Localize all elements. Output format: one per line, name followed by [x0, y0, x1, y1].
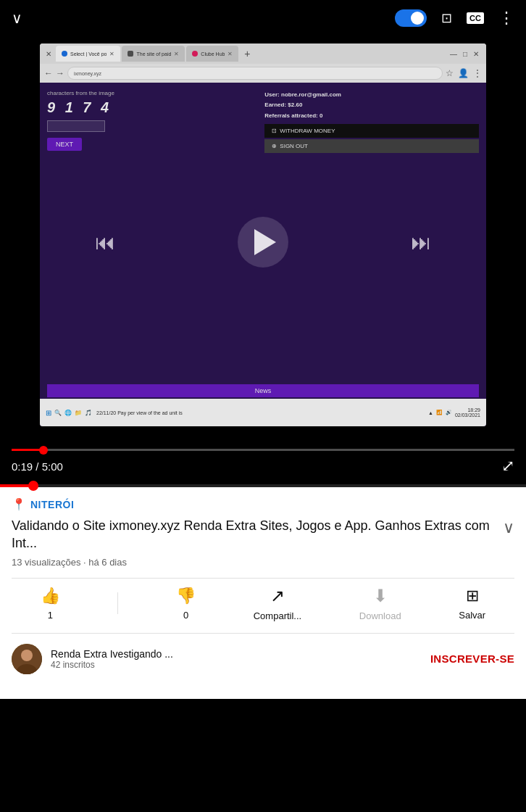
actions-row: 👍 1 👎 0 ↗ Compartil... ⬇ Download ⊞ Salv…	[12, 578, 514, 634]
video-progress-line	[0, 484, 526, 487]
cc-icon[interactable]: CC	[467, 12, 484, 24]
address-bar: ixmoney.xyz	[67, 67, 443, 80]
more-options-icon[interactable]: ⋮	[498, 9, 514, 28]
next-button-mock: NEXT	[47, 138, 82, 151]
tab-2: The site of paid ✕	[122, 46, 185, 62]
share-icon: ↗	[270, 586, 285, 606]
channel-info: Renda Extra Ivestigando ... 42 inscritos	[51, 648, 422, 670]
location-pin-icon: 📍	[12, 497, 26, 511]
channel-avatar[interactable]	[12, 644, 42, 674]
signout-btn-mock: ⊕ SIGN OUT	[264, 139, 479, 153]
news-bar: News	[47, 384, 479, 397]
subscribe-button[interactable]: INSCREVER-SE	[430, 652, 514, 665]
video-top-bar: ∨ ⊡ CC ⋮	[0, 0, 526, 36]
autoplay-toggle[interactable]	[395, 9, 427, 27]
share-label: Compartil...	[254, 610, 301, 621]
play-button[interactable]	[238, 217, 288, 268]
download-label: Download	[359, 610, 401, 621]
user-panel: User: nobre.ror@gmail.com Earned: $2.60 …	[264, 90, 479, 153]
skip-back-button[interactable]: ⏮	[95, 231, 115, 254]
dislike-icon: 👎	[176, 587, 196, 605]
captcha-input-mock	[47, 120, 105, 132]
close-btn: ✕	[43, 50, 54, 58]
user-info: User: nobre.ror@gmail.com Earned: $2.60 …	[264, 90, 479, 121]
fullscreen-button[interactable]: ⤢	[501, 457, 514, 476]
title-row: Validando o Site ixmoney.xyz Renda Extra…	[12, 517, 514, 552]
share-button[interactable]: ↗ Compartil...	[254, 586, 301, 621]
bottom-safe-area	[0, 684, 526, 699]
location-text[interactable]: NITERÓI	[30, 499, 74, 510]
video-bottom-bar: 0:19 / 5:00 ⤢	[0, 443, 526, 484]
download-button[interactable]: ⬇ Download	[359, 586, 401, 621]
cast-icon[interactable]: ⊡	[441, 10, 452, 26]
browser-tabs: ✕ Select | Você po ✕ The site of paid ✕ …	[40, 44, 486, 64]
channel-subscribers: 42 inscritos	[51, 660, 422, 670]
captcha-panel: characters from the image 9 1 7 4 NEXT	[47, 90, 248, 151]
location-row: 📍 NITERÓI	[12, 497, 514, 511]
save-icon: ⊞	[466, 587, 479, 605]
taskbar-icons: ⊞ 🔍 🌐 📁 🎵	[46, 409, 92, 417]
toolbar-icons: ☆👤⋮	[446, 68, 482, 78]
time-display: 0:19 / 5:00	[12, 460, 63, 473]
system-tray: ▲ 📶 🔊 18:29 02/03/2021	[428, 407, 480, 418]
captcha-numbers: 9 1 7 4	[47, 99, 248, 116]
video-controls: 0:19 / 5:00 ⤢	[12, 457, 514, 476]
like-icon: 👍	[41, 587, 60, 605]
channel-row: Renda Extra Ivestigando ... 42 inscritos…	[0, 634, 526, 684]
clock: 18:29 02/03/2021	[455, 407, 480, 418]
like-count: 1	[48, 610, 53, 621]
withdraw-btn-mock: ⊡ WITHDRAW MONEY	[264, 124, 479, 138]
video-progress-knob	[28, 481, 38, 491]
progress-bar[interactable]	[12, 449, 514, 451]
play-triangle-icon	[254, 229, 276, 255]
video-player[interactable]: ∨ ⊡ CC ⋮ ✕ Select | Você po ✕ The site o…	[0, 0, 526, 484]
news-ticker: 22/11/20 Pay per view of the ad unit is	[92, 410, 428, 415]
taskbar: ⊞ 🔍 🌐 📁 🎵 22/11/20 Pay per view of the a…	[40, 399, 486, 426]
save-label: Salvar	[459, 610, 485, 621]
tab-1: Select | Você po ✕	[56, 46, 120, 62]
save-button[interactable]: ⊞ Salvar	[459, 587, 485, 621]
like-button[interactable]: 👍 1	[41, 587, 60, 621]
dislike-count: 0	[183, 610, 188, 621]
avatar-image	[12, 644, 42, 674]
svg-point-1	[21, 650, 33, 661]
skip-forward-button[interactable]: ⏭	[411, 231, 431, 254]
divider-1	[117, 592, 118, 614]
tab-3: Clube Hub ✕	[186, 46, 238, 62]
video-title[interactable]: Validando o Site ixmoney.xyz Renda Extra…	[12, 517, 503, 552]
new-tab-btn: +	[240, 46, 254, 61]
chevron-down-icon[interactable]: ∨	[12, 9, 22, 27]
window-controls: —□✕	[446, 50, 483, 58]
dislike-button[interactable]: 👎 0	[176, 587, 196, 621]
video-meta: 13 visualizações · há 6 dias	[12, 557, 514, 568]
channel-name[interactable]: Renda Extra Ivestigando ...	[51, 648, 422, 660]
expand-icon[interactable]: ∨	[503, 518, 514, 537]
progress-dot	[39, 446, 48, 455]
nav-arrows: ←→	[44, 68, 64, 78]
content-area: 📍 NITERÓI Validando o Site ixmoney.xyz R…	[0, 487, 526, 634]
download-icon: ⬇	[373, 586, 388, 606]
browser-toolbar: ←→ ixmoney.xyz ☆👤⋮	[40, 64, 486, 83]
captcha-label: characters from the image	[47, 90, 248, 96]
